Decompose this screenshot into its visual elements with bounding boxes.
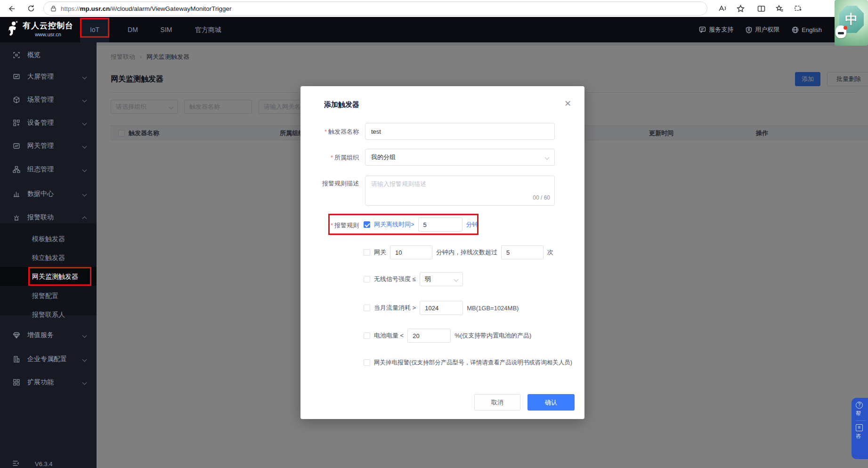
sidebar-item-independent-trigger[interactable]: 独立触发器 — [0, 248, 97, 267]
trigger-name-input[interactable] — [365, 123, 555, 140]
logo-title: 有人云控制台 — [23, 20, 73, 32]
service-support-link[interactable]: 服务支持 — [699, 25, 733, 34]
site-lock-icon — [50, 5, 57, 12]
sidebar-item-data-center[interactable]: 数据中心 — [0, 185, 97, 203]
screenshot-icon[interactable] — [792, 3, 803, 14]
tab-dm[interactable]: DM — [123, 17, 142, 42]
confirm-button[interactable]: 确认 — [527, 394, 575, 411]
floating-help-widget[interactable]: ? 帮 ≡ 咨 — [852, 398, 868, 459]
tab-iot[interactable]: IoT — [80, 17, 109, 42]
alarm-rules-label: *报警规则 — [300, 221, 359, 230]
rule-desc-label: 报警规则描述 — [300, 179, 359, 188]
alarm-submenu: 模板触发器 独立触发器 网关监测触发器 报警配置 报警联系人 — [0, 224, 97, 315]
help-label: 帮 — [856, 410, 861, 417]
sidebar-item-device-mgmt[interactable]: 设备管理 — [0, 113, 97, 132]
add-trigger-modal: 添加触发器 ✕ *触发器名称 *所属组织 我的分组 报警规则描述 00 / 60… — [300, 86, 584, 419]
rule-row-power-loss: 网关掉电报警(仅支持部分产品型号，详情请查看产品说明书或咨询相关人员) — [364, 355, 572, 370]
collapse-menu-icon[interactable] — [12, 460, 20, 468]
tab-official-mall[interactable]: 官方商城 — [190, 17, 226, 42]
browser-refresh-icon[interactable] — [25, 3, 37, 14]
promo-character-overlay[interactable]: 中 — [835, 0, 868, 46]
rule-row-signal-strength: 无线信号强度 ≤ 弱 — [364, 272, 463, 286]
mascot-figure — [836, 25, 846, 38]
widget-divider — [856, 420, 866, 421]
cancel-button[interactable]: 取消 — [474, 394, 520, 411]
sidebar-item-scene-mgmt[interactable]: 场景管理 — [0, 90, 97, 109]
user-permission-link[interactable]: 用户权限 — [746, 25, 779, 34]
sidebar-item-alarm-contact[interactable]: 报警联系人 — [0, 305, 97, 324]
rule-row-traffic: 当月流量消耗 > MB(1GB=1024MB) — [364, 301, 519, 315]
sidebar-item-alarm-config[interactable]: 报警配置 — [0, 286, 97, 305]
power-loss-checkbox[interactable] — [364, 359, 370, 366]
sidebar-item-config-mgmt[interactable]: 组态管理 — [0, 160, 97, 179]
signal-level-select[interactable]: 弱 — [420, 272, 463, 286]
overview-icon — [12, 51, 20, 59]
rule-row-dropline-count: 网关 分钟内，掉线次数超过 次 — [364, 245, 553, 259]
chevron-down-icon — [82, 97, 87, 102]
url-text: https://mp.usr.cn/#/cloud/alarm/ViewGate… — [61, 5, 231, 12]
logo-subtitle: www.usr.cn — [35, 32, 61, 38]
sidebar-item-value-service[interactable]: 增值服务 — [0, 326, 97, 345]
version-label: V6.3.4 — [35, 460, 53, 468]
browser-address-bar[interactable]: https://mp.usr.cn/#/cloud/alarm/ViewGate… — [43, 1, 707, 16]
browser-toolbar: https://mp.usr.cn/#/cloud/alarm/ViewGate… — [0, 0, 868, 17]
chevron-down-icon — [82, 74, 87, 79]
sidebar-footer: V6.3.4 — [0, 454, 97, 468]
offline-time-checkbox[interactable] — [364, 221, 370, 228]
collections-icon[interactable] — [773, 3, 785, 14]
screen: https://mp.usr.cn/#/cloud/alarm/ViewGate… — [0, 0, 868, 468]
sidebar-item-enterprise-config[interactable]: 企业专属配置 — [0, 350, 97, 369]
traffic-mb-input[interactable] — [420, 301, 463, 315]
value-diamond-icon — [12, 331, 20, 339]
dropline-checkbox[interactable] — [364, 249, 370, 256]
modal-title: 添加触发器 — [324, 100, 359, 109]
device-icon — [12, 119, 20, 127]
bar-chart-icon — [12, 190, 20, 198]
gateway-icon — [12, 142, 20, 150]
chevron-down-icon — [454, 277, 458, 282]
alarm-beacon-icon — [12, 214, 20, 222]
topology-icon — [12, 166, 20, 174]
split-screen-icon[interactable] — [755, 3, 767, 14]
battery-percent-input[interactable] — [407, 329, 451, 343]
browser-back-icon[interactable] — [6, 3, 17, 14]
signal-checkbox[interactable] — [364, 276, 370, 282]
sidebar-item-gateway-mgmt[interactable]: 网关管理 — [0, 137, 97, 155]
sidebar-item-gateway-monitor-trigger[interactable]: 网关监测触发器 — [0, 267, 97, 286]
top-navbar: 有人云控制台 www.usr.cn IoT DM SIM 官方商城 服务支持 用… — [0, 17, 868, 42]
chevron-down-icon — [82, 144, 87, 148]
read-aloud-icon[interactable] — [717, 3, 728, 14]
sidebar-item-extend-functions[interactable]: 扩展功能 — [0, 373, 97, 392]
dropline-count-input[interactable] — [501, 245, 544, 259]
chat-bubble-icon — [699, 26, 706, 33]
chevron-down-icon — [545, 155, 550, 160]
traffic-checkbox[interactable] — [364, 305, 370, 311]
app-logo[interactable]: 有人云控制台 www.usr.cn — [7, 20, 73, 38]
globe-icon — [792, 26, 799, 33]
sidebar-item-template-trigger[interactable]: 模板触发器 — [0, 229, 97, 248]
trigger-name-label: *触发器名称 — [300, 128, 359, 136]
chevron-down-icon — [82, 333, 87, 338]
offline-minutes-input[interactable] — [418, 218, 462, 232]
rule-desc-textarea[interactable] — [365, 176, 555, 206]
battery-checkbox[interactable] — [364, 332, 370, 339]
rule-row-offline-time: 网关离线时间> 分钟 — [364, 218, 479, 232]
sidebar: 概览 大屏管理 场景管理 设备管理 网关管理 组态管理 — [0, 42, 97, 468]
building-icon — [12, 355, 20, 363]
close-icon[interactable]: ✕ — [564, 98, 571, 109]
favorite-star-icon[interactable] — [735, 3, 746, 14]
sidebar-item-screen-mgmt[interactable]: 大屏管理 — [0, 67, 97, 86]
sidebar-item-overview[interactable]: 概览 — [0, 46, 97, 65]
chevron-down-icon — [82, 192, 87, 196]
grid-icon — [12, 379, 20, 387]
rule-row-battery: 电池电量 < %(仅支持带内置电池的产品) — [364, 329, 531, 343]
org-select[interactable]: 我的分组 — [365, 149, 555, 166]
consult-label: 咨 — [856, 433, 861, 440]
language-switch[interactable]: English — [792, 26, 822, 33]
help-circle-icon: ? — [856, 402, 863, 409]
chevron-down-icon — [82, 357, 87, 362]
dropline-minutes-input[interactable] — [390, 245, 432, 259]
consult-doc-icon: ≡ — [856, 424, 863, 431]
usr-person-icon — [7, 20, 19, 38]
tab-sim[interactable]: SIM — [155, 17, 177, 42]
